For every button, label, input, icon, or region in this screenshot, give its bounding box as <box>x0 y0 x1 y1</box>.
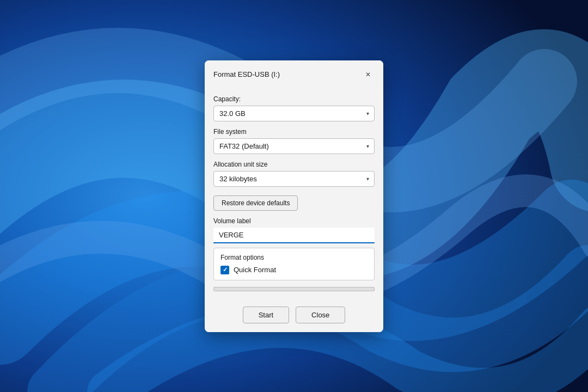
capacity-select[interactable]: 32.0 GB <box>213 106 375 121</box>
dialog-body: Capacity: 32.0 GB ▾ File system FAT32 (D… <box>205 87 383 300</box>
close-icon-button[interactable]: ✕ <box>362 68 375 81</box>
start-button[interactable]: Start <box>243 307 289 323</box>
checkmark-icon: ✓ <box>223 266 228 273</box>
restore-defaults-button[interactable]: Restore device defaults <box>213 195 298 211</box>
allocation-select-wrapper: 32 kilobytes 4 kilobytes 8 kilobytes 16 … <box>213 171 375 187</box>
capacity-label: Capacity: <box>213 95 375 103</box>
filesystem-select[interactable]: FAT32 (Default) NTFS exFAT <box>213 138 375 154</box>
format-options-box: Format options ✓ Quick Format <box>213 248 375 280</box>
dialog-title: Format ESD-USB (I:) <box>213 70 280 78</box>
quick-format-label: Quick Format <box>234 266 276 274</box>
volume-label-label: Volume label <box>213 217 375 225</box>
dialog-footer: Start Close <box>205 300 383 332</box>
close-button[interactable]: Close <box>296 307 345 323</box>
capacity-select-wrapper: 32.0 GB ▾ <box>213 106 375 121</box>
filesystem-label: File system <box>213 128 375 136</box>
progress-bar <box>213 287 375 291</box>
quick-format-row: ✓ Quick Format <box>220 266 367 274</box>
dialog-overlay: Format ESD-USB (I:) ✕ Capacity: 32.0 GB … <box>0 0 588 392</box>
format-options-title: Format options <box>220 254 367 261</box>
volume-label-input[interactable] <box>213 228 375 243</box>
filesystem-select-wrapper: FAT32 (Default) NTFS exFAT ▾ <box>213 138 375 154</box>
allocation-label: Allocation unit size <box>213 161 375 168</box>
dialog-titlebar: Format ESD-USB (I:) ✕ <box>205 60 383 87</box>
quick-format-checkbox[interactable]: ✓ <box>220 266 229 274</box>
format-dialog: Format ESD-USB (I:) ✕ Capacity: 32.0 GB … <box>205 60 383 332</box>
allocation-select[interactable]: 32 kilobytes 4 kilobytes 8 kilobytes 16 … <box>213 171 375 187</box>
